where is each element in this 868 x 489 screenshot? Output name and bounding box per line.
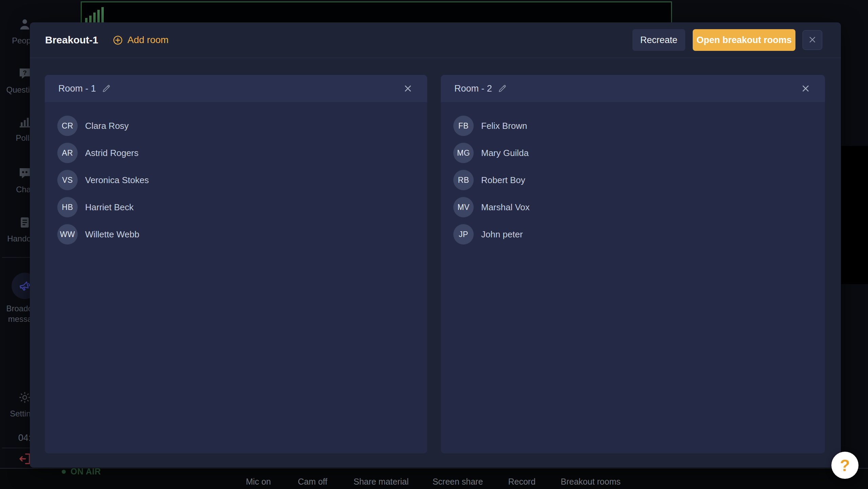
avatar: HB [57,197,78,217]
member-name: Marshal Vox [481,202,530,213]
member-name: Veronica Stokes [85,175,149,185]
member-row[interactable]: ARAstrid Rogers [57,139,420,167]
handouts-icon [18,216,32,229]
svg-text:?: ? [23,69,27,76]
help-label: ? [840,456,850,475]
avatar: WW [57,224,78,244]
room-member-list: CRClara RosyARAstrid RogersVSVeronica St… [45,102,427,248]
on-air-dot [62,470,66,474]
remove-room-button[interactable] [403,83,413,94]
room-title: Room - 2 [454,83,492,94]
polls-icon [18,115,32,129]
chat-icon [18,167,32,180]
member-name: John peter [481,229,523,240]
room-header: Room - 1 [45,75,427,102]
video-tile-edge [841,146,868,284]
pencil-icon [497,90,507,95]
control-screen-share[interactable]: Screen share [433,477,483,487]
app-screen: People?QuestionsPollsChatHandoutsBroadca… [0,0,868,489]
member-row[interactable]: RBRobert Boy [453,167,818,194]
gear-icon [18,391,32,404]
plus-circle-icon [113,35,123,45]
close-icon [808,35,817,45]
avatar: JP [453,224,474,244]
member-row[interactable]: HBHarriet Beck [57,194,420,221]
help-button[interactable]: ? [831,452,859,479]
avatar: VS [57,170,78,190]
on-air-status: ON AIR [62,467,101,476]
member-row[interactable]: MVMarshal Vox [453,194,818,221]
member-row[interactable]: WWWillette Webb [57,221,420,248]
member-name: Astrid Rogers [85,148,139,158]
remove-room-button[interactable] [801,83,811,94]
megaphone-icon [18,279,32,293]
breakout-rooms-modal: Breakout-1 Add room Recreate Open breako… [30,22,841,468]
member-name: Harriet Beck [85,202,134,213]
room-panel: Room - 2FBFelix BrownMGMary GuildaRBRobe… [441,75,825,453]
member-name: Felix Brown [481,121,527,131]
modal-header: Breakout-1 Add room Recreate Open breako… [30,22,841,58]
avatar: CR [57,116,78,136]
room-header: Room - 2 [441,75,825,102]
control-share-material[interactable]: Share material [354,477,409,487]
member-row[interactable]: CRClara Rosy [57,112,420,139]
avatar: MV [453,197,474,217]
close-icon [801,90,811,95]
member-row[interactable]: FBFelix Brown [453,112,818,139]
member-row[interactable]: VSVeronica Stokes [57,167,420,194]
open-breakout-rooms-button[interactable]: Open breakout rooms [693,29,795,51]
recreate-button[interactable]: Recreate [632,29,685,51]
room-panel: Room - 1CRClara RosyARAstrid RogersVSVer… [45,75,427,453]
control-record[interactable]: Record [508,477,536,487]
member-name: Willette Webb [85,229,139,240]
modal-title: Breakout-1 [45,34,98,46]
member-row[interactable]: MGMary Guilda [453,139,818,167]
member-name: Clara Rosy [85,121,129,131]
add-room-label: Add room [127,35,169,45]
control-mic[interactable]: Mic on [246,477,271,487]
control-breakout-rooms[interactable]: Breakout rooms [561,477,620,487]
modal-close-button[interactable] [803,30,822,50]
on-air-label: ON AIR [71,467,101,476]
control-cam[interactable]: Cam off [298,477,327,487]
member-name: Mary Guilda [481,148,529,158]
room-title: Room - 1 [58,83,96,94]
member-name: Robert Boy [481,175,525,185]
rename-room-button[interactable] [497,83,507,94]
avatar: FB [453,116,474,136]
people-icon [18,18,32,31]
avatar: AR [57,143,78,163]
avatar: MG [453,143,474,163]
close-icon [403,90,413,95]
avatar: RB [453,170,474,190]
member-row[interactable]: JPJohn peter [453,221,818,248]
rename-room-button[interactable] [101,83,111,94]
pencil-icon [101,90,111,95]
add-room-button[interactable]: Add room [113,35,169,45]
ascending-green-bars-icon [85,2,104,23]
room-member-list: FBFelix BrownMGMary GuildaRBRobert BoyMV… [441,102,825,248]
question-icon: ? [18,67,32,80]
